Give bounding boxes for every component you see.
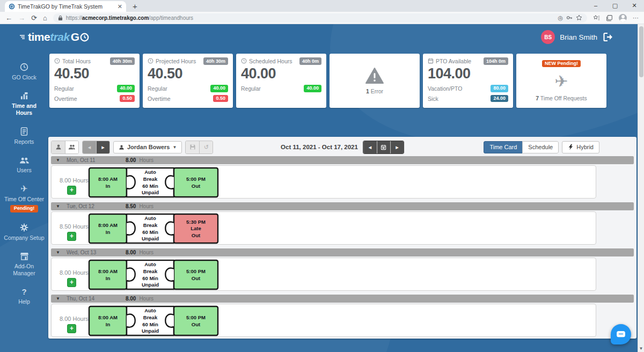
add-punch-button[interactable]: + (67, 324, 76, 333)
sidebar-item-label: GO Clock (12, 74, 36, 80)
scrollbar-thumb[interactable] (639, 26, 643, 77)
sidebar-item-add-on-manager[interactable]: Add-On Manager (0, 247, 48, 282)
sidebar-nav: GO ClockTime and HoursReportsUsers✈Time … (0, 50, 48, 352)
svg-text:Break: Break (143, 268, 158, 274)
chat-widget-button[interactable] (611, 324, 631, 344)
page-scrollbar[interactable]: ▼ (638, 24, 644, 352)
logo-text-trak: trak (50, 31, 70, 43)
tab-close-icon[interactable]: ✕ (118, 3, 122, 10)
window-minimize-button[interactable]: – (586, 0, 605, 12)
browser-profile-avatar[interactable] (619, 14, 627, 22)
next-user-button[interactable]: ▸ (96, 141, 109, 153)
multi-user-button[interactable] (65, 141, 78, 153)
svg-text:Late: Late (191, 225, 201, 231)
window-restore-button[interactable]: ▢ (605, 0, 625, 12)
user-avatar[interactable]: BS (541, 30, 555, 44)
svg-text:Out: Out (192, 275, 201, 281)
location-icon[interactable]: ◎ (558, 15, 563, 21)
error-card[interactable]: 1 Error (330, 54, 420, 108)
add-punch-button[interactable]: + (67, 232, 76, 241)
sidebar-item-time-off-center[interactable]: ✈Time Off CenterPending! (0, 179, 48, 218)
new-tab-button[interactable]: + (133, 2, 137, 11)
address-bar[interactable]: https://acmecorp.timetrakgo.com/app/time… (53, 13, 587, 23)
user-menu[interactable]: BS Brian Smith (541, 30, 614, 44)
sidebar-item-reports[interactable]: Reports (0, 122, 48, 151)
favorite-star-icon[interactable] (576, 14, 582, 21)
home-icon[interactable]: ⌂ (43, 14, 47, 21)
chevron-down-icon[interactable]: ▼ (56, 250, 60, 255)
collections-icon[interactable] (606, 14, 613, 21)
sidebar-item-company-setup[interactable]: Company Setup (0, 218, 48, 247)
card-title: Projected Hours (156, 58, 196, 64)
refresh-icon[interactable]: ⟳ (31, 14, 37, 21)
chevron-down-icon[interactable]: ▼ (56, 204, 60, 209)
sidebar-item-users[interactable]: Users (0, 151, 48, 179)
browser-tab[interactable]: TimeTrakGO by TimeTrak System ✕ (5, 1, 126, 12)
calendar-picker-button[interactable] (377, 141, 390, 153)
day-header[interactable]: ▼Thu, Oct 148.00Hours (51, 295, 634, 303)
chevron-down-icon[interactable]: ▼ (56, 158, 60, 163)
puzzle-socket-left (127, 314, 135, 327)
puzzle-socket-right (165, 222, 174, 235)
regular-badge: 40.00 (117, 85, 135, 92)
punch-puzzle: 8:00 AMInAutoBreak60 MinUnpaid5:30 PMLat… (88, 213, 219, 244)
forward-icon[interactable]: → (18, 14, 25, 21)
add-punch-button[interactable]: + (67, 186, 76, 195)
row-label: Regular (148, 85, 167, 92)
clock-icon (3, 63, 45, 71)
svg-text:Unpaid: Unpaid (142, 236, 159, 241)
speed-lines-icon (19, 34, 26, 40)
sidebar-item-label: Time Off Center (4, 196, 44, 202)
back-icon[interactable]: ← (5, 14, 12, 21)
user-select-dropdown[interactable]: Jordan Bowers ▼ (113, 141, 182, 153)
favorites-bar-icon[interactable] (593, 14, 600, 21)
error-text: 1 Error (366, 88, 383, 94)
time-off-requests-card[interactable]: NEW Pending! ✈ 7 Time Off Requests (516, 54, 606, 108)
card-value: 104.00 (428, 65, 508, 82)
url-text: https://acmecorp.timetrakgo.com/app/time… (66, 15, 555, 21)
punch-puzzle: 8:00 AMInAutoBreak60 MinUnpaid5:00 PMOut (88, 167, 219, 198)
report-icon (3, 127, 45, 136)
logo-text-go: G (71, 31, 79, 43)
browser-menu-icon[interactable]: ⋯ (633, 15, 639, 21)
day-date: Tue, Oct 12 (67, 203, 116, 209)
day-hours-value: 8.00 (126, 250, 136, 255)
user-nav-group: ◂ ▸ (82, 141, 110, 154)
sidebar-item-go-clock[interactable]: GO Clock (0, 57, 48, 86)
undo-button[interactable]: ↺ (199, 141, 213, 153)
previous-user-button[interactable]: ◂ (83, 141, 96, 153)
svg-text:5:00 PM: 5:00 PM (186, 268, 206, 274)
puzzle-socket-left (127, 268, 135, 281)
hybrid-view-button[interactable]: Hybrid (562, 141, 599, 153)
store-icon (3, 252, 45, 260)
save-button[interactable] (186, 141, 199, 153)
sidebar-item-time-and-hours[interactable]: Time and Hours (0, 86, 48, 122)
chevron-down-icon[interactable]: ▼ (56, 296, 60, 301)
day-header[interactable]: ▼Wed, Oct 138.00Hours (51, 248, 634, 256)
help-icon: ? (3, 288, 45, 296)
password-key-icon[interactable] (566, 14, 573, 21)
day-header[interactable]: ▼Mon, Oct 118.00Hours (51, 156, 634, 164)
logout-icon[interactable] (602, 32, 614, 42)
sidebar-item-help[interactable]: ?Help (0, 282, 48, 311)
regular-badge: 40.00 (304, 85, 321, 92)
schedule-view-button[interactable]: Schedule (522, 141, 559, 153)
add-punch-button[interactable]: + (67, 278, 76, 287)
window-close-button[interactable]: ✕ (625, 0, 644, 12)
day-total-hours: 8.00 Hours (60, 316, 89, 322)
day-header[interactable]: ▼Tue, Oct 128.50Hours (51, 202, 634, 210)
puzzle-socket-right (165, 314, 174, 327)
new-pending-badge: NEW Pending! (542, 60, 581, 68)
scrollbar-down-arrow[interactable]: ▼ (638, 346, 644, 351)
tab-title: TimeTrakGO by TimeTrak System (18, 3, 115, 10)
vacation-badge: 80.00 (491, 85, 508, 92)
day-date: Thu, Oct 14 (67, 296, 116, 302)
logo-clock-o-icon (80, 33, 89, 42)
single-user-button[interactable] (52, 141, 65, 153)
timecard-panel: ◂ ▸ Jordan Bowers ▼ ↺ Oct 11, 2021 - Oct… (48, 137, 636, 339)
time-card-view-button[interactable]: Time Card (484, 141, 522, 153)
duration-badge: 40h 30m (110, 57, 135, 65)
previous-week-button[interactable]: ◂ (363, 141, 377, 153)
next-week-button[interactable]: ▸ (390, 141, 404, 153)
app-header: timetrakG BS Brian Smith (0, 24, 638, 50)
